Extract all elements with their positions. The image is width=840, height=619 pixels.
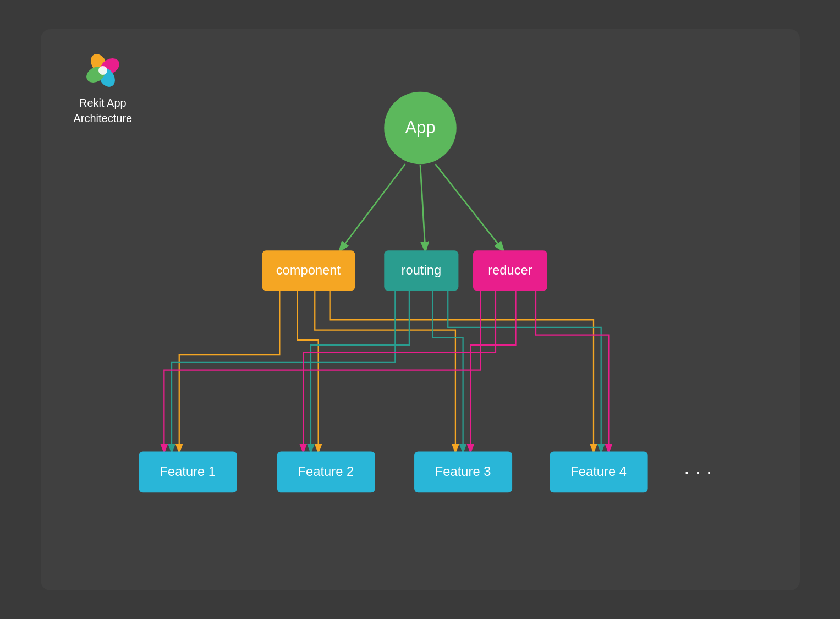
- node-feature-3: Feature 3: [414, 451, 512, 492]
- node-feature-4: Feature 4: [550, 451, 647, 492]
- svg-line-8: [420, 165, 425, 250]
- logo-area: Rekit App Architecture: [74, 51, 133, 126]
- svg-line-9: [435, 164, 503, 250]
- logo-icon: [84, 51, 122, 90]
- node-feature-2: Feature 2: [277, 451, 375, 492]
- svg-point-4: [98, 66, 107, 75]
- svg-text:Feature 3: Feature 3: [435, 464, 491, 479]
- svg-text:Feature 2: Feature 2: [298, 464, 354, 479]
- node-component: component: [262, 250, 355, 291]
- logo-text: Rekit App Architecture: [74, 95, 133, 126]
- architecture-diagram: App component routing reducer: [74, 51, 767, 568]
- node-routing: routing: [384, 250, 458, 291]
- svg-text:Feature 4: Feature 4: [570, 464, 627, 479]
- svg-text:component: component: [276, 263, 341, 277]
- node-app: App: [384, 91, 456, 163]
- svg-text:reducer: reducer: [488, 263, 532, 277]
- svg-text:App: App: [405, 117, 435, 136]
- svg-text:Feature 1: Feature 1: [160, 464, 216, 479]
- ellipsis-text: · · ·: [684, 459, 712, 482]
- svg-text:routing: routing: [401, 263, 441, 277]
- node-feature-1: Feature 1: [139, 451, 237, 492]
- node-reducer: reducer: [473, 250, 547, 291]
- svg-line-7: [339, 164, 405, 250]
- main-card: Rekit App Architecture Ap: [41, 29, 800, 590]
